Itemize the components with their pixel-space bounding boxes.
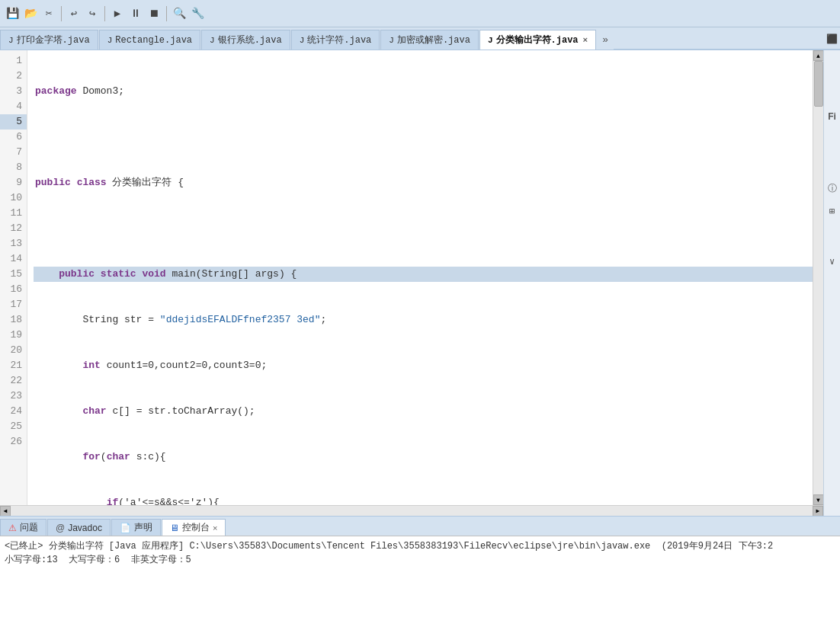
ln-18: 18 <box>0 312 27 328</box>
ln-24: 24 <box>0 404 27 419</box>
chevron-down-icon[interactable]: ∨ <box>825 254 840 269</box>
toolbar: 💾 📂 ✂ ↩ ↪ ▶ ⏸ ⏹ 🔍 🔧 <box>0 0 840 27</box>
editor: 1 2 3 4 5 6 7 8 9 10 11 12 13 14 15 16 1 <box>0 50 823 516</box>
code-line-1: package Domon3; <box>34 84 813 99</box>
code-line-7: int count1=0,count2=0,count3=0; <box>34 358 813 373</box>
code-area[interactable]: 1 2 3 4 5 6 7 8 9 10 11 12 13 14 15 16 1 <box>0 50 813 505</box>
tab-label-dayin: 打印金字塔.java <box>17 34 90 46</box>
tab-fenlei[interactable]: J 分类输出字符.java × <box>479 30 596 50</box>
tab-label-tongji: 统计字符.java <box>307 34 371 46</box>
fi-icon[interactable]: Fi <box>825 111 840 122</box>
toolbar-search-icon[interactable]: 🔍 <box>172 6 187 21</box>
ln-8: 8 <box>0 160 27 175</box>
right-panel: Fi ⓘ ⊞ ∨ <box>823 50 840 516</box>
line-numbers: 1 2 3 4 5 6 7 8 9 10 11 12 13 14 15 16 1 <box>0 50 27 505</box>
toolbar-sep-2 <box>104 6 105 21</box>
console-icon: 🖥 <box>170 523 179 533</box>
toolbar-settings-icon[interactable]: 🔧 <box>190 6 205 21</box>
tab-icon-tongji: J <box>300 36 305 45</box>
toolbar-pause-icon[interactable]: ⏸ <box>128 6 143 21</box>
ln-3: 3 <box>0 84 27 99</box>
toolbar-stop-icon[interactable]: ⏹ <box>146 6 162 21</box>
tab-label-fenlei: 分类输出字符.java <box>496 34 579 46</box>
horizontal-scrollbar[interactable]: ◀ ▶ <box>0 505 823 516</box>
ln-23: 23 <box>0 389 27 404</box>
tab-rectangle[interactable]: J Rectangle.java <box>99 30 200 50</box>
tab-icon-dayin: J <box>8 36 14 45</box>
toolbar-open-icon[interactable]: 📂 <box>23 6 38 21</box>
toolbar-run-icon[interactable]: ▶ <box>110 6 125 21</box>
toolbar-undo-icon[interactable]: ↩ <box>66 6 82 21</box>
bottom-tab-shengming[interactable]: 📄 声明 <box>111 519 161 536</box>
tab-icon-jiami: J <box>389 36 394 45</box>
ln-20: 20 <box>0 343 27 358</box>
code-line-2 <box>34 130 813 145</box>
code-content[interactable]: package Domon3; public class 分类输出字符 { pu… <box>27 50 813 505</box>
ln-21: 21 <box>0 358 27 373</box>
tab-bank[interactable]: J 银行系统.java <box>201 30 290 50</box>
grid-icon[interactable]: ⊞ <box>825 203 840 219</box>
info-icon[interactable]: ⓘ <box>825 181 840 196</box>
tab-close-fenlei[interactable]: × <box>583 36 588 45</box>
kw-package: package <box>35 84 77 99</box>
maximize-editor-btn[interactable]: ⬛ <box>823 30 840 50</box>
tab-tongji[interactable]: J 统计字符.java <box>291 30 380 50</box>
code-line-10: if ('a'<=s&&s<='z'){ <box>34 495 813 505</box>
right-sep <box>832 130 832 130</box>
code-line-4 <box>34 221 813 236</box>
scroll-thumb[interactable] <box>814 61 823 107</box>
ln-10: 10 <box>0 190 27 206</box>
ln-26: 26 <box>0 434 27 449</box>
tab-icon-fenlei: J <box>488 36 493 45</box>
code-line-9: for ( char s:c){ <box>34 449 813 465</box>
ln-25: 25 <box>0 419 27 434</box>
console-tab-close[interactable]: × <box>213 523 217 533</box>
bottom-tab-label-wenti: 问题 <box>20 521 38 534</box>
code-line-8: char c[] = str.toCharArray(); <box>34 404 813 419</box>
tab-jiami[interactable]: J 加密或解密.java <box>380 30 479 50</box>
tab-icon-bank: J <box>210 36 215 45</box>
code-line-6: String str = "ddejidsEFALDFfnef2357 3ed"… <box>34 312 813 328</box>
vertical-scrollbar[interactable]: ▲ ▼ <box>813 50 823 505</box>
tab-label-rectangle: Rectangle.java <box>115 35 192 46</box>
toolbar-save-icon[interactable]: 💾 <box>5 6 20 21</box>
ln-1: 1 <box>0 53 27 69</box>
console-area: <已终止> 分类输出字符 [Java 应用程序] C:\Users\35583\… <box>0 536 840 627</box>
toolbar-cut-icon[interactable]: ✂ <box>41 6 56 21</box>
shengming-icon: 📄 <box>120 523 131 533</box>
toolbar-sep-1 <box>61 6 62 21</box>
tab-label-jiami: 加密或解密.java <box>397 34 470 46</box>
ln-13: 13 <box>0 236 27 251</box>
ln-4: 4 <box>0 99 27 114</box>
tab-overflow-btn[interactable]: » <box>597 30 614 50</box>
tab-bar: J 打印金字塔.java J Rectangle.java J 银行系统.jav… <box>0 27 840 50</box>
javadoc-icon: @ <box>56 523 65 533</box>
ln-9: 9 <box>0 175 27 190</box>
bottom-tab-label-javadoc: Javadoc <box>68 523 102 533</box>
h-scroll-track[interactable] <box>11 506 813 517</box>
bottom-tab-wenti[interactable]: ⚠ 问题 <box>0 519 46 536</box>
toolbar-sep-3 <box>166 6 167 21</box>
code-line-5: public static void main(String[] args) { <box>34 267 813 282</box>
toolbar-redo-icon[interactable]: ↪ <box>85 6 100 21</box>
bottom-tab-bar: ⚠ 问题 @ Javadoc 📄 声明 🖥 控制台 × <box>0 516 840 536</box>
ln-5: 5 <box>0 114 27 130</box>
bottom-tab-console[interactable]: 🖥 控制台 × <box>162 519 226 536</box>
ln-2: 2 <box>0 69 27 84</box>
tab-dayin[interactable]: J 打印金字塔.java <box>0 30 98 50</box>
ln-6: 6 <box>0 130 27 145</box>
ln-17: 17 <box>0 297 27 312</box>
bottom-tab-javadoc[interactable]: @ Javadoc <box>47 519 111 536</box>
wenti-icon: ⚠ <box>8 523 17 533</box>
tab-icon-rectangle: J <box>107 36 113 45</box>
scroll-up-btn[interactable]: ▲ <box>813 50 824 61</box>
ln-11: 11 <box>0 206 27 221</box>
scroll-right-btn[interactable]: ▶ <box>813 506 823 517</box>
scroll-track[interactable] <box>813 61 824 494</box>
bottom-tab-label-console: 控制台 <box>182 521 210 534</box>
scroll-left-btn[interactable]: ◀ <box>0 506 11 517</box>
bottom-tab-label-shengming: 声明 <box>134 521 152 534</box>
ln-7: 7 <box>0 145 27 160</box>
scroll-down-btn[interactable]: ▼ <box>813 494 824 505</box>
ln-22: 22 <box>0 373 27 389</box>
